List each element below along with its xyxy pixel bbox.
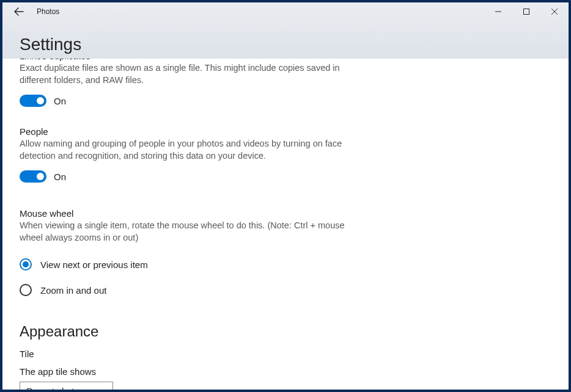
minimize-button[interactable] [484,2,512,21]
app-title: Photos [37,7,59,16]
linked-duplicates-desc: Exact duplicate files are shown as a sin… [20,62,362,86]
tile-dropdown-value: Recent photos [26,387,84,390]
mouse-wheel-option-zoom[interactable]: Zoom in and out [20,284,551,296]
page-title: Settings [20,35,81,54]
close-icon [551,9,558,15]
maximize-icon [523,9,529,15]
toggle-knob [37,173,44,180]
tile-label: Tile [20,349,551,359]
page-header: Settings [2,21,569,59]
appearance-heading: Appearance [20,323,551,340]
linked-duplicates-toggle-row: On [20,95,551,107]
toggle-knob [37,97,44,104]
radio-selected-icon [20,258,32,270]
people-toggle-row: On [20,170,551,183]
people-state: On [54,172,66,182]
people-title: People [20,126,551,137]
linked-duplicates-title: Linked duplicates [20,59,551,61]
people-toggle[interactable] [20,170,46,183]
maximize-button[interactable] [512,2,540,21]
mouse-wheel-option-zoom-label: Zoom in and out [40,285,106,296]
settings-content: Linked duplicates Exact duplicate files … [2,59,569,390]
close-button[interactable] [540,2,569,21]
mouse-wheel-title: Mouse wheel [20,208,551,219]
radio-unselected-icon [20,284,32,296]
tile-desc: The app tile shows [20,366,551,377]
linked-duplicates-toggle[interactable] [20,95,46,107]
window-controls [484,2,569,21]
photos-settings-window: Photos Settings Linked duplicates Exact … [2,2,569,390]
titlebar: Photos [2,2,569,21]
mouse-wheel-option-next[interactable]: View next or previous item [20,258,551,270]
chevron-down-icon [101,387,108,390]
back-arrow-icon [14,7,24,16]
svg-rect-0 [524,9,529,15]
mouse-wheel-option-next-label: View next or previous item [40,260,148,270]
mouse-wheel-desc: When viewing a single item, rotate the m… [20,220,362,244]
people-desc: Allow naming and grouping of people in y… [20,138,362,162]
titlebar-left: Photos [2,2,59,21]
back-button[interactable] [6,2,32,21]
tile-dropdown[interactable]: Recent photos [20,382,113,390]
linked-duplicates-state: On [54,96,66,106]
minimize-icon [495,9,501,15]
